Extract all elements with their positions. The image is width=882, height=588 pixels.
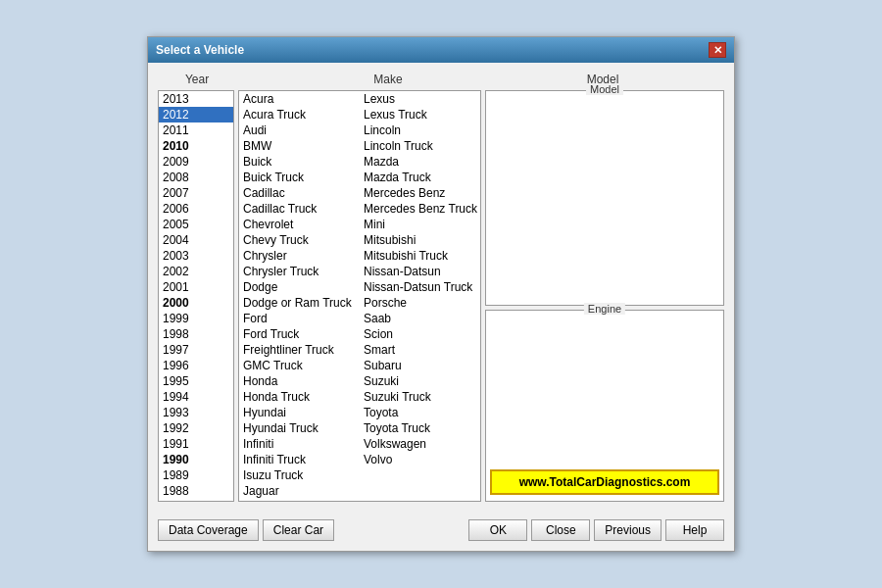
make-listbox[interactable]: AcuraAcura TruckAudiBMWBuickBuick TruckC… bbox=[238, 90, 481, 502]
year-listbox[interactable]: 2013201220112010200920082007200620052004… bbox=[158, 90, 234, 502]
engine-section: Engine www.TotalCarDiagnostics.com bbox=[485, 310, 724, 502]
make-item[interactable]: Infiniti Truck bbox=[239, 452, 360, 467]
make-item[interactable]: Honda bbox=[239, 373, 360, 389]
make-item[interactable]: Lincoln bbox=[360, 122, 480, 138]
year-item[interactable]: 2000 bbox=[159, 295, 233, 311]
year-item[interactable]: 1989 bbox=[159, 467, 233, 483]
year-item[interactable]: 2005 bbox=[159, 217, 233, 232]
make-item[interactable]: Suzuki Truck bbox=[360, 389, 480, 405]
make-item[interactable]: Mazda bbox=[360, 154, 480, 170]
year-item[interactable]: 2008 bbox=[159, 170, 233, 185]
previous-button[interactable]: Previous bbox=[594, 519, 662, 541]
make-item[interactable]: Honda Truck bbox=[239, 389, 360, 405]
year-item[interactable]: 1988 bbox=[159, 483, 233, 499]
make-item[interactable]: Volkswagen bbox=[360, 436, 480, 452]
model-listbox[interactable] bbox=[486, 91, 723, 305]
make-item[interactable]: Dodge or Ram Truck bbox=[239, 295, 360, 311]
year-item[interactable]: 1993 bbox=[159, 405, 233, 420]
make-item[interactable]: Acura Truck bbox=[239, 107, 360, 122]
year-item[interactable]: 1997 bbox=[159, 342, 233, 358]
year-item[interactable]: 1994 bbox=[159, 389, 233, 405]
columns-body: 2013201220112010200920082007200620052004… bbox=[158, 90, 724, 502]
footer-left-buttons: Data Coverage Clear Car bbox=[158, 519, 334, 541]
make-item[interactable]: BMW bbox=[239, 138, 360, 154]
make-item[interactable]: Jeep Truck bbox=[239, 499, 360, 501]
year-item[interactable]: 1992 bbox=[159, 420, 233, 436]
make-item[interactable]: Subaru bbox=[360, 358, 480, 373]
year-item[interactable]: 2013 bbox=[159, 91, 233, 107]
right-panel: Model Engine www.TotalCarDiagnostics.com bbox=[485, 90, 724, 502]
make-item[interactable]: Chrysler Truck bbox=[239, 264, 360, 279]
year-item[interactable]: 1999 bbox=[159, 311, 233, 326]
year-item[interactable]: 2009 bbox=[159, 154, 233, 170]
year-item[interactable]: 1998 bbox=[159, 326, 233, 342]
make-item[interactable]: Nissan-Datsun Truck bbox=[360, 279, 480, 295]
model-label: Model bbox=[586, 83, 623, 95]
make-item[interactable]: Mitsubishi Truck bbox=[360, 248, 480, 264]
year-item[interactable]: 2010 bbox=[159, 138, 233, 154]
make-item[interactable]: Mercedes Benz Truck bbox=[360, 201, 480, 217]
make-item[interactable]: Scion bbox=[360, 326, 480, 342]
make-item[interactable]: Isuzu Truck bbox=[239, 467, 360, 483]
make-item[interactable]: Volvo bbox=[360, 452, 480, 467]
year-item[interactable]: 2003 bbox=[159, 248, 233, 264]
ad-banner[interactable]: www.TotalCarDiagnostics.com bbox=[490, 469, 719, 495]
year-item[interactable]: 2006 bbox=[159, 201, 233, 217]
make-item[interactable]: Toyota bbox=[360, 405, 480, 420]
make-item[interactable]: Lexus Truck bbox=[360, 107, 480, 122]
select-vehicle-window: Select a Vehicle ✕ Year Make Model 20132… bbox=[147, 36, 735, 552]
make-item[interactable]: GMC Truck bbox=[239, 358, 360, 373]
engine-label: Engine bbox=[584, 303, 625, 315]
year-item[interactable]: 2001 bbox=[159, 279, 233, 295]
make-item[interactable]: Infiniti bbox=[239, 436, 360, 452]
make-item[interactable]: Cadillac Truck bbox=[239, 201, 360, 217]
year-item[interactable]: 1995 bbox=[159, 373, 233, 389]
make-item[interactable]: Lexus bbox=[360, 91, 480, 107]
make-item[interactable]: Audi bbox=[239, 122, 360, 138]
make-item[interactable]: Freightliner Truck bbox=[239, 342, 360, 358]
year-item[interactable]: 2011 bbox=[159, 122, 233, 138]
make-item[interactable]: Chevrolet bbox=[239, 217, 360, 232]
make-item[interactable]: Saab bbox=[360, 311, 480, 326]
close-window-button[interactable]: ✕ bbox=[709, 42, 726, 58]
close-button[interactable]: Close bbox=[531, 519, 590, 541]
make-item[interactable]: Mazda Truck bbox=[360, 170, 480, 185]
year-item[interactable]: 2004 bbox=[159, 232, 233, 248]
clear-car-button[interactable]: Clear Car bbox=[263, 519, 334, 541]
year-item[interactable]: 1987 bbox=[159, 499, 233, 502]
help-button[interactable]: Help bbox=[665, 519, 724, 541]
make-item[interactable]: Hyundai Truck bbox=[239, 420, 360, 436]
make-item[interactable]: Ford Truck bbox=[239, 326, 360, 342]
make-item[interactable]: Toyota Truck bbox=[360, 420, 480, 436]
make-item[interactable]: Jaguar bbox=[239, 483, 360, 499]
make-item[interactable]: Lincoln Truck bbox=[360, 138, 480, 154]
make-item[interactable]: Nissan-Datsun bbox=[360, 264, 480, 279]
make-item[interactable]: Suzuki bbox=[360, 373, 480, 389]
year-item[interactable]: 2012 bbox=[159, 107, 233, 122]
title-bar: Select a Vehicle ✕ bbox=[148, 37, 734, 63]
year-item[interactable]: 2007 bbox=[159, 185, 233, 201]
footer-right-buttons: OK Close Previous Help bbox=[468, 519, 724, 541]
make-item[interactable]: Chevy Truck bbox=[239, 232, 360, 248]
year-item[interactable]: 1996 bbox=[159, 358, 233, 373]
make-item[interactable]: Smart bbox=[360, 342, 480, 358]
make-item[interactable]: Buick Truck bbox=[239, 170, 360, 185]
ok-button[interactable]: OK bbox=[468, 519, 527, 541]
make-item[interactable]: Ford bbox=[239, 311, 360, 326]
make-item[interactable]: Mitsubishi bbox=[360, 232, 480, 248]
make-column-header: Make bbox=[236, 73, 481, 86]
make-item[interactable]: Dodge bbox=[239, 279, 360, 295]
data-coverage-button[interactable]: Data Coverage bbox=[158, 519, 259, 541]
make-item[interactable]: Buick bbox=[239, 154, 360, 170]
year-item[interactable]: 1990 bbox=[159, 452, 233, 467]
make-item[interactable]: Cadillac bbox=[239, 185, 360, 201]
dialog-body: Year Make Model 201320122011201020092008… bbox=[148, 63, 734, 512]
make-item[interactable]: Porsche bbox=[360, 295, 480, 311]
year-item[interactable]: 1991 bbox=[159, 436, 233, 452]
make-item[interactable]: Mercedes Benz bbox=[360, 185, 480, 201]
make-item[interactable]: Hyundai bbox=[239, 405, 360, 420]
make-item[interactable]: Mini bbox=[360, 217, 480, 232]
make-item[interactable]: Acura bbox=[239, 91, 360, 107]
make-item[interactable]: Chrysler bbox=[239, 248, 360, 264]
year-item[interactable]: 2002 bbox=[159, 264, 233, 279]
